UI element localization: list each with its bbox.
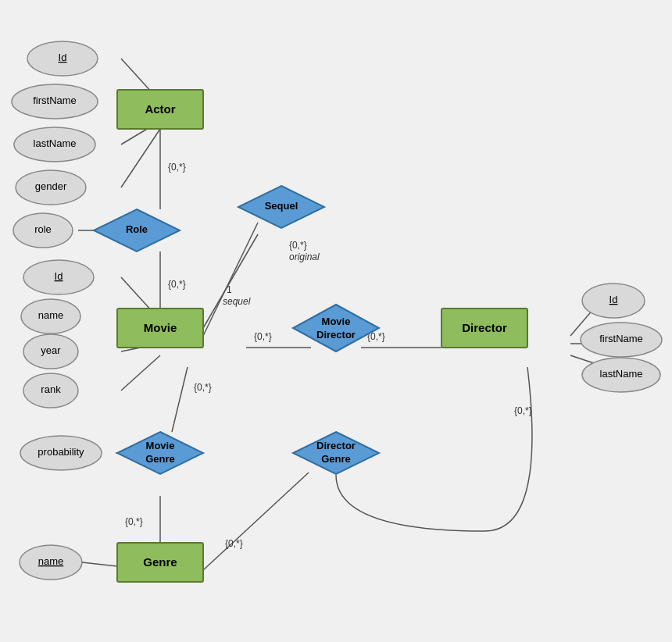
movie-genre-label2: Genre	[145, 453, 175, 465]
movie-genre-label: Movie	[146, 440, 175, 451]
genre-entity-label: Genre	[143, 555, 177, 569]
actor-firstname-label: firstName	[33, 95, 77, 106]
movie-year-label: year	[41, 344, 61, 356]
probability-label: probability	[38, 446, 84, 458]
role-label: Role	[126, 223, 148, 235]
movie-moviedirector-card: {0,*}	[254, 331, 272, 342]
actor-lastname-label: lastName	[34, 137, 77, 149]
movie-sequel-label1: sequel	[223, 296, 251, 307]
role-attr-label: role	[34, 223, 52, 235]
director-id-label: Id	[609, 294, 618, 305]
director-genre-label: Director	[316, 440, 356, 451]
directorgenre-genre-card: {0,*}	[225, 538, 243, 549]
genre-name-label: name	[38, 555, 64, 567]
er-diagram: {0,*} {0,*} 1 sequel {0,*} original {0,*…	[0, 0, 672, 642]
director-directorgenre-card: {0,*}	[514, 405, 532, 416]
actor-entity-label: Actor	[145, 102, 175, 116]
role-movie-card: {0,*}	[168, 279, 186, 290]
actor-gender-label: gender	[35, 180, 67, 192]
director-entity-label: Director	[462, 321, 507, 334]
moviegenre-genre-card: {0,*}	[125, 516, 143, 527]
movie-rank-label: rank	[41, 383, 61, 395]
sequel-original-label: original	[289, 251, 320, 262]
actor-id-label: Id	[59, 52, 67, 63]
sequel-label: Sequel	[265, 200, 298, 212]
actor-role-card: {0,*}	[168, 162, 186, 173]
movie-director-label2: Director	[316, 329, 356, 341]
movie-sequel-card1: 1	[227, 284, 232, 295]
director-genre-label2: Genre	[321, 453, 351, 465]
movie-moviegenre-card: {0,*}	[194, 382, 212, 393]
movie-director-label: Movie	[322, 316, 351, 327]
director-lastname-label: lastName	[600, 368, 643, 380]
movie-entity-label: Movie	[144, 321, 177, 334]
sequel-movie-card: {0,*}	[289, 240, 307, 251]
director-firstname-label: firstName	[599, 333, 643, 344]
movie-id-label: Id	[55, 270, 63, 282]
movie-name-label: name	[38, 309, 64, 321]
